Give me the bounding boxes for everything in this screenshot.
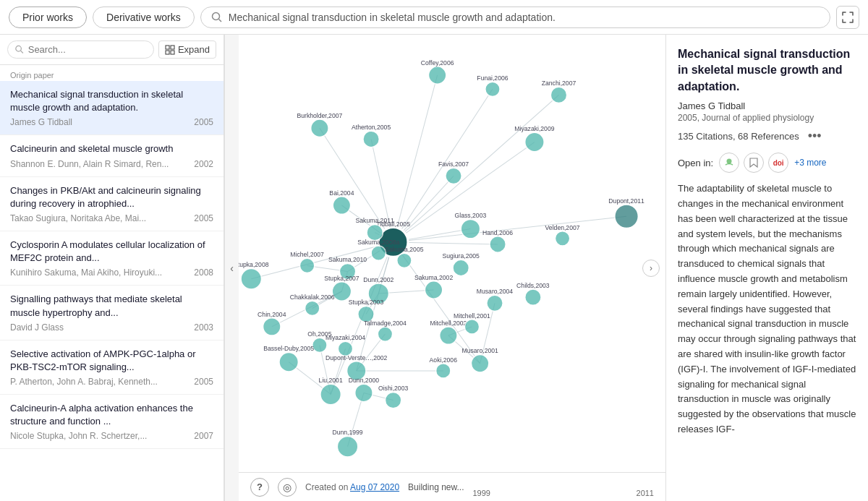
paper-authors: P. Atherton, John A. Babraj, Kenneth... <box>10 377 158 387</box>
graph-node[interactable]: Musaro,2001 <box>461 348 498 372</box>
svg-line-3 <box>21 51 23 53</box>
graph-node-label: Michel,2007 <box>290 251 324 258</box>
prior-works-tab[interactable]: Prior works <box>9 7 87 28</box>
help-button[interactable]: ? <box>250 478 269 497</box>
graph-node[interactable]: Favis,2007 <box>438 160 469 184</box>
paper-year: 2005 <box>194 213 213 223</box>
paper-item[interactable]: Signalling pathways that mediate skeleta… <box>0 286 224 340</box>
graph-node[interactable]: Dunn,2000 <box>349 377 379 401</box>
compass-button[interactable]: ◎ <box>278 478 297 497</box>
expand-icon <box>165 45 175 55</box>
detail-author: James G Tidball <box>678 100 856 111</box>
graph-node-label: Mitchell,2002 <box>430 320 467 327</box>
graph-node-label: Miyazaki,2004 <box>326 334 365 341</box>
graph-node[interactable]: Childs,2003 <box>516 282 550 305</box>
graph-node-label: Dunn,2002 <box>363 276 393 283</box>
svg-point-28 <box>305 301 320 315</box>
paper-title: Changes in PKB/Akt and calcineurin signa… <box>10 184 213 210</box>
graph-node-label: Miyazaki,2009 <box>514 125 554 132</box>
paper-title: Cyclosporin A modulates cellular localiz… <box>10 239 213 265</box>
graph-node-label: Sakuma,2008a <box>357 239 399 246</box>
paper-meta: Shannon E. Dunn, Alain R Simard, Ren... … <box>10 159 213 169</box>
graph-node[interactable]: Velden,2007 <box>545 224 580 246</box>
graph-nav-right[interactable]: › <box>642 260 660 277</box>
graph-node[interactable]: Dupont,2011 <box>608 197 644 228</box>
expand-button[interactable]: Expand <box>158 40 216 59</box>
graph-node[interactable]: Sakuma,2002 <box>414 274 453 299</box>
graph-node-label: Hand,2006 <box>482 229 513 236</box>
graph-node-label: Burkholder,2007 <box>297 112 342 119</box>
svg-point-0 <box>212 12 219 20</box>
paper-item[interactable]: Selective activation of AMPK-PGC-1alpha … <box>0 341 224 395</box>
citation-graph: Tidball,2005Coffey,2006Funai,2006Zanchi,… <box>239 35 665 501</box>
graph-node[interactable]: Liu,2001 <box>319 377 343 405</box>
more-options-button[interactable]: ••• <box>805 129 825 144</box>
graph-node-label: Glass,2003 <box>455 212 487 219</box>
graph-node-label: Sakuma,2011 <box>356 217 394 224</box>
fullscreen-button[interactable] <box>836 6 859 29</box>
search-bar <box>200 7 830 28</box>
graph-node-label: Funai,2006 <box>477 74 508 82</box>
more-open-in-link[interactable]: +3 more <box>794 158 826 168</box>
paper-authors: Nicole Stupka, John R. Schertzer,... <box>10 431 147 441</box>
graph-node[interactable]: Chin,2004 <box>258 311 286 335</box>
graph-node[interactable]: Sugiura,2005 <box>443 252 480 275</box>
search-input[interactable] <box>229 12 820 23</box>
detail-paper-title: Mechanical signal transduction in skelet… <box>678 46 856 95</box>
graph-node[interactable]: Chakkalak,2006 <box>290 294 335 315</box>
graph-node[interactable]: Bai,2004 <box>329 189 354 214</box>
paper-meta: Nicole Stupka, John R. Schertzer,... 200… <box>10 431 213 441</box>
graph-node[interactable]: Hand,2006 <box>482 229 513 252</box>
search-icon-small <box>15 45 24 54</box>
graph-node[interactable]: Oishi,2003 <box>378 385 408 408</box>
svg-point-37 <box>487 295 503 311</box>
paper-year: 2002 <box>194 159 213 169</box>
paper-item[interactable]: Calcineurin-A alpha activation enhances … <box>0 395 224 449</box>
svg-rect-4 <box>166 46 169 49</box>
graph-node[interactable]: Miyazaki,2009 <box>514 125 554 151</box>
svg-point-49 <box>727 159 732 164</box>
graph-node-label: Atherton,2005 <box>352 124 391 131</box>
svg-point-36 <box>525 289 541 305</box>
graph-node[interactable]: Musaro,2004 <box>477 288 514 311</box>
paper-title: Selective activation of AMPK-PGC-1alpha … <box>10 348 213 374</box>
svg-point-33 <box>425 281 442 299</box>
svg-point-44 <box>320 384 341 404</box>
graph-node[interactable]: Bassel-Duby,2005 <box>263 345 314 371</box>
graph-node-label: Sugiura,2005 <box>443 252 480 260</box>
paper-item[interactable]: Mechanical signal transduction in skelet… <box>0 81 224 135</box>
svg-point-38 <box>440 327 457 344</box>
graph-node[interactable]: Aoki,2006 <box>430 356 458 378</box>
paper-item[interactable]: Calcineurin and skeletal muscle growth S… <box>0 135 224 176</box>
graph-node[interactable]: Talmadge,2004 <box>364 320 407 341</box>
paper-meta: Kunihiro Sakuma, Mai Akiho, Hiroyuki... … <box>10 267 213 278</box>
paper-item[interactable]: Changes in PKB/Akt and calcineurin signa… <box>0 177 224 231</box>
open-in-doi[interactable]: doi <box>768 153 788 173</box>
paper-item[interactable]: Cyclosporin A modulates cellular localiz… <box>0 231 224 286</box>
sidebar-search-input[interactable] <box>28 44 146 55</box>
svg-point-48 <box>337 436 357 456</box>
graph-node[interactable]: Zanchi,2007 <box>542 80 576 103</box>
graph-node[interactable]: Mitchell,2002 <box>430 320 467 344</box>
graph-node[interactable]: Coffey,2006 <box>421 59 454 84</box>
graph-area[interactable]: Tidball,2005Coffey,2006Funai,2006Zanchi,… <box>239 35 665 501</box>
graph-node-label: Sakuma,2002 <box>414 274 453 281</box>
graph-node[interactable]: Dunn,1999 <box>332 429 362 457</box>
paper-meta: James G Tidball 2005 <box>10 117 213 127</box>
open-in-icons: doi <box>719 153 788 173</box>
open-in-scholar[interactable] <box>719 153 739 173</box>
panel-collapse-button[interactable]: ‹ <box>224 35 239 501</box>
graph-node[interactable]: Burkholder,2007 <box>297 112 342 137</box>
graph-node-label: Bai,2004 <box>329 189 354 197</box>
graph-node[interactable]: Michel,2007 <box>290 251 324 273</box>
graph-node[interactable]: Miyazaki,2004 <box>326 334 365 356</box>
paper-title: Mechanical signal transduction in skelet… <box>10 88 213 114</box>
svg-rect-5 <box>171 46 174 49</box>
graph-node[interactable]: Atherton,2005 <box>352 124 391 147</box>
open-in-bookmark[interactable] <box>744 153 764 173</box>
svg-point-2 <box>16 46 22 51</box>
derivative-works-tab[interactable]: Derivative works <box>93 7 195 28</box>
svg-point-24 <box>371 246 386 260</box>
graph-node[interactable]: Funai,2006 <box>477 74 508 96</box>
created-date-link[interactable]: Aug 07 2020 <box>350 482 399 492</box>
